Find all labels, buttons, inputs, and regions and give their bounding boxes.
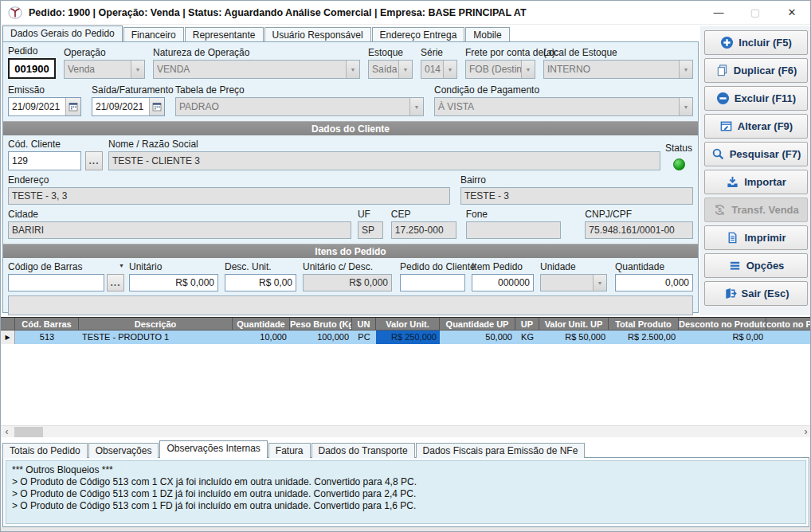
local-estoque-select[interactable]: INTERNO ▼ [543, 60, 693, 79]
unidade-select[interactable]: ▼ [540, 274, 607, 291]
chevron-down-icon[interactable]: ▼ [679, 98, 692, 115]
chevron-down-icon[interactable]: ▼ [346, 61, 359, 78]
operacao-select[interactable]: Venda ▼ [64, 60, 145, 79]
unitario-input[interactable]: R$ 0,000 [129, 274, 218, 291]
grid-col-valor-unit-up[interactable]: Valor Unit. UP [539, 318, 609, 330]
item-pedido-input[interactable]: 000000 [472, 274, 534, 291]
tab-endereco-entrega[interactable]: Endereço Entrega [372, 27, 465, 41]
chevron-down-icon[interactable]: ▼ [593, 275, 606, 291]
nome-razao-social-field: TESTE - CLIENTE 3 [108, 151, 660, 170]
cell-valor-unit-selected[interactable]: R$ 250,000 [376, 331, 440, 344]
chevron-down-icon[interactable]: ▼ [409, 98, 423, 115]
cell-cod-barras[interactable]: 513 [15, 331, 79, 344]
opcoes-button[interactable]: Opções [704, 253, 808, 278]
serie-label: Série [421, 47, 457, 58]
scroll-thumb[interactable] [14, 427, 43, 437]
importar-button[interactable]: Importar [704, 170, 808, 194]
tab-financeiro[interactable]: Financeiro [123, 27, 184, 41]
grid-col-total-produto[interactable]: Total Produto [609, 318, 679, 330]
cell-total-produto[interactable]: R$ 2.500,00 [609, 331, 679, 344]
grid-header-row: Cód. Barras Descrição Quantidade Peso Br… [1, 317, 811, 331]
desc-unit-input[interactable]: R$ 0,00 [225, 274, 296, 291]
chevron-down-icon[interactable]: ▼ [398, 61, 412, 78]
calendar-icon[interactable] [65, 98, 80, 115]
scroll-left-icon[interactable]: ‹ [1, 426, 13, 437]
descricao-produto-field [8, 295, 693, 315]
grid-col-quantidade-up[interactable]: Quantidade UP [440, 318, 515, 330]
grid-col-desconto-pedido[interactable]: conto no Pe [766, 318, 811, 330]
grid-data-row[interactable]: ▶ 513 TESTE - PRODUTO 1 10,000 100,000 P… [1, 331, 811, 344]
cell-quantidade-up[interactable]: 50,000 [440, 331, 515, 344]
grid-col-cod-barras[interactable]: Cód. Barras [15, 318, 79, 330]
cell-un[interactable]: PC [352, 331, 376, 344]
grid-col-quantidade[interactable]: Quantidade [233, 318, 290, 330]
tab-dados-fiscais-nfe[interactable]: Dados Fiscais para Emissão de NFe [416, 443, 586, 458]
grid-col-valor-unit[interactable]: Valor Unit. [376, 318, 440, 330]
cell-peso-bruto[interactable]: 100,000 [290, 331, 352, 344]
cell-up[interactable]: KG [515, 331, 539, 344]
observacoes-internas-textarea[interactable]: *** Outros Bloqueios *** > O Produto de … [6, 460, 806, 524]
tabela-preco-select[interactable]: PADRAO ▼ [175, 97, 424, 116]
alterar-button[interactable]: Alterar (F9) [704, 114, 808, 139]
status-indicator [673, 158, 685, 170]
saida-faturamento-date-field[interactable]: 21/09/2021 [92, 97, 165, 116]
estoque-label: Estoque [368, 47, 413, 58]
tab-totais-do-pedido[interactable]: Totais do Pedido [2, 443, 88, 458]
estoque-select[interactable]: Saída ▼ [368, 60, 413, 79]
memo-line: *** Outros Bloqueios *** [12, 464, 800, 476]
tab-dados-do-transporte[interactable]: Dados do Transporte [311, 443, 415, 458]
tab-dados-gerais-do-pedido[interactable]: Dados Gerais do Pedido [2, 25, 123, 41]
frete-select[interactable]: FOB (Destinatário ▼ [465, 60, 535, 79]
cell-quantidade[interactable]: 10,000 [233, 331, 290, 344]
chevron-down-icon[interactable]: ▼ [131, 61, 144, 78]
h-scrollbar[interactable]: ‹ › [1, 425, 811, 437]
cell-descricao[interactable]: TESTE - PRODUTO 1 [79, 331, 233, 344]
maximize-button[interactable]: ▢ [737, 1, 774, 24]
tab-usuario-responsavel[interactable]: Usuário Responsável [264, 27, 371, 41]
itens-do-pedido-header: Itens do Pedido [3, 244, 698, 258]
cliente-lookup-button[interactable]: ... [85, 151, 103, 170]
status-label: Status [665, 143, 692, 154]
memo-line: > O Produto de Código 513 com 1 CX já fo… [12, 476, 800, 488]
grid-col-up[interactable]: UP [515, 318, 539, 330]
tab-fatura[interactable]: Fatura [268, 443, 311, 458]
excluir-button[interactable]: Excluir (F11) [704, 86, 808, 111]
sair-button[interactable]: Sair (Esc) [704, 281, 808, 306]
chevron-down-icon[interactable]: ▼ [679, 61, 692, 78]
cell-desconto-pedido[interactable] [766, 331, 811, 344]
cell-valor-unit-up[interactable]: R$ 50,000 [539, 331, 609, 344]
natureza-operacao-select[interactable]: VENDA ▼ [153, 60, 360, 79]
tab-mobile[interactable]: Mobile [465, 27, 509, 41]
grid-col-un[interactable]: UN [352, 318, 376, 330]
incluir-button[interactable]: Incluir (F5) [704, 30, 808, 55]
scroll-right-icon[interactable]: › [800, 426, 811, 437]
imprimir-button[interactable]: Imprimir [704, 225, 808, 250]
tab-observacoes-internas[interactable]: Observações Internas [159, 440, 267, 458]
grid-col-peso-bruto[interactable]: Peso Bruto (Kg) [290, 318, 352, 330]
codigo-barras-lookup-button[interactable]: ... [107, 274, 124, 291]
emissao-date-field[interactable]: 21/09/2021 [8, 97, 81, 116]
duplicar-button[interactable]: Duplicar (F6) [704, 58, 808, 83]
tab-observacoes[interactable]: Observações [88, 443, 159, 458]
cell-desconto-produto[interactable]: R$ 0,00 [679, 331, 766, 344]
close-button[interactable]: ✕ [774, 1, 810, 24]
minimize-button[interactable]: — [700, 1, 737, 24]
cnpj-cpf-label: CNPJ/CPF [585, 209, 693, 220]
grid-col-desconto-produto[interactable]: Desconto no Produto [679, 318, 766, 330]
codigo-barras-label: Código de Barras [8, 261, 82, 272]
calendar-icon[interactable] [149, 98, 164, 115]
condicao-pagamento-select[interactable]: À VISTA ▼ [434, 97, 693, 116]
serie-select[interactable]: 014 ▼ [421, 60, 457, 79]
pedido-field[interactable]: 001900 [8, 58, 56, 79]
chevron-down-icon[interactable]: ▼ [521, 61, 535, 78]
grid-col-descricao[interactable]: Descrição [79, 318, 233, 330]
pedido-do-cliente-input[interactable] [400, 274, 465, 291]
cod-cliente-input[interactable]: 129 [8, 151, 81, 170]
quantidade-input[interactable]: 0,000 [615, 274, 693, 291]
unitario-label: Unitário [129, 261, 218, 272]
pesquisar-button[interactable]: Pesquisar (F7) [704, 142, 808, 166]
codigo-barras-input[interactable] [8, 274, 104, 291]
chevron-down-icon[interactable]: ▼ [443, 61, 456, 78]
tab-representante[interactable]: Representante [185, 27, 264, 41]
chevron-down-icon[interactable]: ▼ [119, 263, 124, 272]
